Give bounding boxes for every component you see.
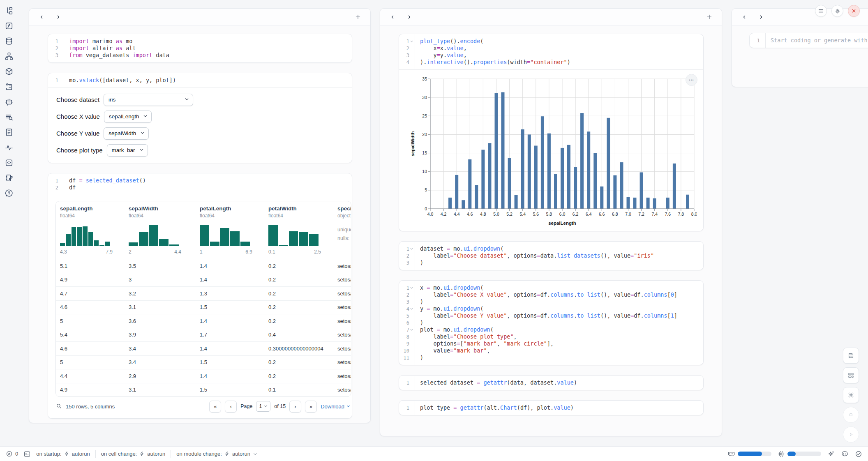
line-number: 3 bbox=[399, 259, 415, 266]
table-row[interactable]: 53.41.50.2setosa bbox=[56, 356, 351, 370]
table-cell: 1.5 bbox=[196, 304, 264, 310]
next-page-button[interactable]: › bbox=[289, 401, 301, 413]
tracing-icon[interactable] bbox=[4, 143, 14, 152]
table-row[interactable]: 4.63.41.40.30000000000000004setosa bbox=[56, 342, 351, 356]
stop-button[interactable] bbox=[843, 407, 859, 423]
column-forward-button[interactable] bbox=[53, 12, 63, 22]
dropdown-choose-y-value[interactable]: sepalWidth bbox=[104, 127, 149, 140]
table-row[interactable]: 5.13.51.40.2setosa bbox=[56, 259, 351, 273]
fold-icon[interactable] bbox=[410, 39, 413, 43]
download-button[interactable]: Download bbox=[321, 403, 351, 410]
line-number: 9 bbox=[399, 340, 415, 347]
menu-button[interactable] bbox=[815, 5, 827, 17]
table-cell: 1.5 bbox=[196, 387, 264, 393]
dropdown-choose-x-value[interactable]: sepalLength bbox=[104, 111, 152, 123]
svg-text:5.4: 5.4 bbox=[519, 212, 526, 217]
table-row[interactable]: 4.63.11.50.2setosa bbox=[56, 301, 351, 315]
on-module-change-setting[interactable]: on module change: autorun bbox=[176, 451, 258, 457]
code-editor[interactable]: 12df = selected_dataset()df bbox=[48, 173, 352, 195]
fold-icon[interactable] bbox=[410, 286, 413, 290]
column-back-button[interactable] bbox=[388, 12, 397, 22]
search-icon[interactable] bbox=[55, 403, 62, 410]
scratchpad-icon[interactable] bbox=[4, 112, 14, 122]
keyboard-shortcuts-button[interactable] bbox=[843, 387, 859, 403]
table-row[interactable]: 4.931.40.2setosa bbox=[56, 273, 351, 287]
logs-icon[interactable] bbox=[4, 82, 14, 92]
line-number: 2 bbox=[48, 45, 64, 52]
file-tree-icon[interactable] bbox=[4, 6, 14, 16]
code-editor[interactable]: 1selected_dataset = getattr(data, datase… bbox=[399, 376, 703, 390]
line-number: 1 bbox=[399, 284, 415, 291]
help-icon[interactable] bbox=[4, 188, 14, 198]
code-cell-dataset-dropdown: 123dataset = mo.ui.dropdown( label="Choo… bbox=[399, 241, 704, 270]
column-back-button[interactable] bbox=[37, 12, 46, 22]
on-startup-setting[interactable]: on startup: autorun bbox=[36, 451, 90, 457]
column-histogram[interactable] bbox=[200, 225, 250, 246]
add-cell-button[interactable] bbox=[704, 12, 714, 22]
code-editor[interactable]: 1mo.vstack([dataset, x, y, plot]) bbox=[48, 73, 352, 88]
chart-options-button[interactable]: ••• bbox=[686, 74, 697, 86]
table-row[interactable]: 4.42.91.40.2setosa bbox=[56, 369, 351, 383]
table-cell: 3.9 bbox=[125, 332, 196, 338]
code-editor[interactable]: 1plot_type = getattr(alt.Chart(df), plot… bbox=[399, 401, 703, 415]
close-button[interactable] bbox=[848, 5, 860, 17]
fold-icon[interactable] bbox=[410, 307, 413, 311]
code-editor[interactable]: 123dataset = mo.ui.dropdown( label="Choo… bbox=[399, 242, 703, 270]
dropdown-choose-plot-type[interactable]: mark_bar bbox=[107, 144, 148, 157]
dropdown-choose-dataset[interactable]: iris bbox=[104, 94, 193, 106]
table-row[interactable]: 4.73.21.30.2setosa bbox=[56, 287, 351, 301]
table-row[interactable]: 5.43.91.70.4setosa bbox=[56, 328, 351, 342]
errors-indicator[interactable]: 0 bbox=[6, 450, 18, 457]
altair-bar-chart[interactable]: 4.04.24.44.64.85.05.25.45.65.86.06.26.46… bbox=[409, 75, 700, 228]
table-row[interactable]: 53.61.40.2setosa bbox=[56, 314, 351, 328]
column-forward-button[interactable] bbox=[404, 12, 414, 22]
function-icon[interactable] bbox=[4, 21, 14, 31]
range-min: 1 bbox=[200, 249, 203, 255]
save-button[interactable] bbox=[843, 348, 859, 364]
documentation-icon[interactable] bbox=[4, 127, 14, 137]
code-editor[interactable]: 123import marimo as moimport altair as a… bbox=[48, 34, 352, 62]
column-forward-button[interactable] bbox=[756, 12, 766, 22]
layout-select-button[interactable] bbox=[843, 367, 859, 383]
package-icon[interactable] bbox=[4, 67, 14, 76]
column-back-button[interactable] bbox=[739, 12, 749, 22]
svg-text:6.2: 6.2 bbox=[573, 212, 579, 217]
terminal-button[interactable] bbox=[23, 450, 31, 458]
settings-button[interactable] bbox=[831, 5, 843, 17]
fold-icon[interactable] bbox=[410, 328, 413, 332]
table-cell: 3.4 bbox=[125, 359, 196, 365]
fold-icon[interactable] bbox=[410, 247, 413, 251]
add-cell-button[interactable] bbox=[353, 12, 363, 22]
first-page-button[interactable]: « bbox=[209, 401, 221, 413]
last-page-button[interactable]: » bbox=[305, 401, 317, 413]
column-histogram[interactable] bbox=[268, 225, 319, 246]
table-column-header: sepalLengthfloat644.37.9 bbox=[56, 205, 125, 255]
ai-assist-button[interactable] bbox=[827, 450, 835, 458]
ram-usage bbox=[727, 450, 771, 458]
table-row[interactable]: 4.93.11.50.1setosa bbox=[56, 383, 351, 397]
code-editor[interactable]: 1Start coding or generate with bbox=[750, 33, 868, 48]
ai-chat-icon[interactable] bbox=[4, 97, 14, 107]
table-cell: setosa bbox=[333, 387, 351, 393]
snippets-icon[interactable] bbox=[4, 158, 14, 168]
code-editor[interactable]: 1234plot_type().encode( x=x.value, y=y.v… bbox=[399, 34, 703, 69]
run-button[interactable] bbox=[843, 426, 859, 443]
page-select[interactable]: 1 bbox=[256, 401, 270, 412]
range-min: 4.3 bbox=[60, 249, 67, 255]
prev-page-button[interactable]: ‹ bbox=[225, 401, 237, 413]
table-cell: 1.4 bbox=[196, 277, 264, 283]
copilot-button[interactable] bbox=[841, 450, 849, 458]
svg-text:5: 5 bbox=[425, 187, 427, 192]
line-number: 10 bbox=[399, 347, 415, 354]
on-cell-change-setting[interactable]: on cell change: autorun bbox=[101, 451, 166, 457]
line-number: 8 bbox=[399, 333, 415, 340]
database-icon[interactable] bbox=[4, 36, 14, 46]
column-histogram[interactable] bbox=[60, 225, 110, 246]
connection-status-button[interactable] bbox=[855, 450, 862, 458]
svg-text:4.8: 4.8 bbox=[480, 212, 486, 217]
line-number: 11 bbox=[399, 354, 415, 361]
notebook-icon[interactable] bbox=[4, 173, 14, 183]
column-histogram[interactable] bbox=[129, 225, 179, 246]
dependency-graph-icon[interactable] bbox=[4, 51, 14, 61]
code-editor[interactable]: 1234567891011x = mo.ui.dropdown( label="… bbox=[399, 281, 703, 365]
